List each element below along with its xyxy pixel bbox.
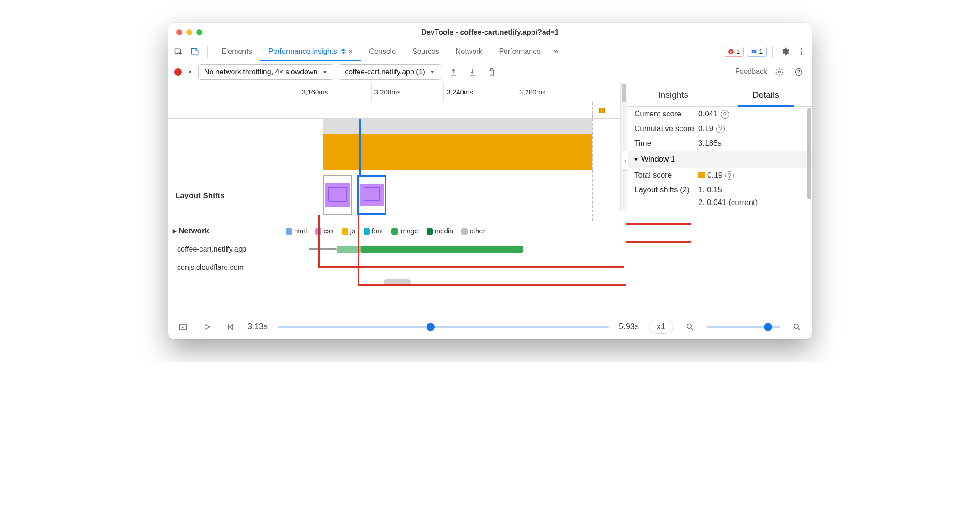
zoom-slider[interactable] [707, 326, 780, 328]
vertical-scrollbar-thumb[interactable] [622, 84, 626, 102]
row-label: Layout Shifts [168, 170, 281, 221]
annotation-line [626, 223, 691, 225]
task-block[interactable] [357, 119, 592, 170]
playback-slider[interactable] [278, 326, 609, 328]
task-block[interactable] [323, 119, 358, 170]
playback-start-time: 3.13s [248, 322, 268, 331]
playback-thumb[interactable] [427, 323, 435, 331]
legend-item: font [364, 227, 383, 235]
help-icon[interactable]: ? [716, 125, 725, 133]
close-window-button[interactable] [176, 29, 182, 35]
tab-performance-insights[interactable]: Performance insights ⚗ × [260, 42, 361, 61]
vertical-scrollbar-track[interactable] [620, 83, 627, 211]
error-icon [728, 48, 734, 55]
collapse-panel-handle[interactable]: › [622, 151, 628, 171]
more-tabs-chevron-icon[interactable]: » [553, 47, 558, 56]
zoom-window-button[interactable] [196, 29, 202, 35]
feedback-link[interactable]: Feedback [735, 68, 767, 76]
help-icon[interactable]: ? [725, 171, 734, 180]
message-icon [751, 48, 757, 55]
element-picker-icon[interactable] [172, 45, 185, 58]
window-section-header[interactable]: ▼ Window 1 [627, 151, 812, 168]
current-time-line [592, 102, 593, 118]
svg-point-11 [182, 326, 184, 328]
current-time-line [592, 170, 593, 221]
device-toolbar-icon[interactable] [188, 45, 202, 58]
minimize-window-button[interactable] [186, 29, 192, 35]
network-host-row[interactable]: coffee-cart.netlify.app [168, 240, 627, 258]
tab-insights[interactable]: Insights [627, 83, 720, 106]
legend-item: html [286, 227, 307, 235]
network-host-row[interactable]: cdnjs.cloudflare.com [168, 258, 627, 277]
request-bar[interactable] [309, 248, 336, 250]
ruler-tick: 3,240ms [443, 83, 473, 102]
svg-point-5 [801, 48, 802, 49]
zoom-out-icon[interactable] [683, 320, 697, 334]
session-select[interactable]: coffee-cart.netlify.app (1)▼ [339, 64, 441, 80]
playback-speed-select[interactable]: x1 [649, 320, 673, 334]
network-legend-row: ▶ Network htmlcssjsfontimagemediaother [168, 221, 627, 240]
jump-start-icon[interactable] [224, 320, 237, 334]
request-bar[interactable] [337, 246, 361, 253]
tab-label: Performance insights [269, 47, 337, 56]
svg-point-7 [801, 53, 802, 55]
tab-elements[interactable]: Elements [213, 42, 260, 61]
titlebar: DevTools - coffee-cart.netlify.app/?ad=1 [168, 23, 812, 42]
throttle-select[interactable]: No network throttling, 4× slowdown▼ [198, 64, 333, 80]
record-menu-caret-icon[interactable]: ▼ [187, 69, 193, 75]
horizontal-scrollbar[interactable] [384, 279, 411, 285]
tab-console[interactable]: Console [361, 42, 404, 61]
legend-item: image [391, 227, 418, 235]
timeline-pane: 3,160ms3,200ms3,240ms3,280ms [168, 83, 627, 314]
svg-rect-2 [195, 50, 198, 55]
insights-toolbar: ▼ No network throttling, 4× slowdown▼ co… [168, 61, 812, 83]
tab-performance[interactable]: Performance [490, 42, 549, 61]
delete-icon[interactable] [485, 65, 499, 79]
playback-end-time: 5.93s [619, 322, 639, 331]
errors-badge[interactable]: 1 [724, 47, 744, 57]
legend-item: css [315, 227, 334, 235]
request-bar[interactable] [361, 246, 523, 253]
play-icon[interactable] [200, 320, 214, 334]
row-label[interactable]: ▶ Network [168, 226, 281, 236]
flask-icon: ⚗ [340, 47, 346, 56]
overview-strip[interactable] [168, 102, 627, 119]
details-panel: › Insights Details Current score 0.041? … [627, 83, 812, 314]
kv-current-score: Current score 0.041? [627, 107, 812, 121]
kebab-menu-icon[interactable] [795, 45, 808, 58]
shift-item[interactable]: 1. 0.15 [698, 185, 722, 194]
messages-badge[interactable]: 1 [747, 47, 767, 57]
details-scrollbar[interactable] [807, 108, 811, 199]
zoom-thumb[interactable] [764, 323, 772, 331]
details-tabs: Insights Details [627, 83, 812, 107]
export-icon[interactable] [447, 65, 460, 79]
expand-caret-icon[interactable]: ▶ [173, 228, 177, 234]
settings-gear-icon[interactable] [778, 45, 792, 58]
tab-sources[interactable]: Sources [404, 42, 448, 61]
close-tab-icon[interactable]: × [348, 47, 353, 56]
devtools-window: DevTools - coffee-cart.netlify.app/?ad=1… [168, 23, 812, 339]
legend-item: other [461, 227, 485, 235]
host-label: cdnjs.cloudflare.com [168, 263, 281, 272]
session-value: coffee-cart.netlify.app (1) [345, 68, 425, 76]
ruler-tick: 3,160ms [299, 83, 328, 102]
panel-settings-gear-icon[interactable] [773, 65, 786, 79]
network-legend: htmlcssjsfontimagemediaother [281, 227, 627, 235]
help-icon[interactable]: ? [721, 110, 729, 119]
layout-shift-thumbnail-selected[interactable] [357, 175, 386, 215]
import-icon[interactable] [466, 65, 479, 79]
layout-shift-thumbnail[interactable] [323, 175, 352, 215]
zoom-in-icon[interactable] [790, 320, 804, 334]
host-label: coffee-cart.netlify.app [168, 245, 281, 253]
time-ruler[interactable]: 3,160ms3,200ms3,240ms3,280ms [168, 83, 627, 102]
screenshot-toggle-icon[interactable] [176, 320, 190, 334]
playback-bar: 3.13s 5.93s x1 [168, 314, 812, 339]
tab-network[interactable]: Network [448, 42, 491, 61]
overview-marker[interactable] [599, 108, 605, 113]
tab-details[interactable]: Details [720, 83, 812, 106]
record-button[interactable] [174, 68, 182, 76]
help-icon[interactable] [792, 65, 806, 79]
kv-total-score: Total score 0.19 ? [627, 168, 812, 183]
main-thread-row[interactable] [168, 119, 627, 170]
shift-item[interactable]: 2. 0.041 (current) [698, 198, 758, 207]
